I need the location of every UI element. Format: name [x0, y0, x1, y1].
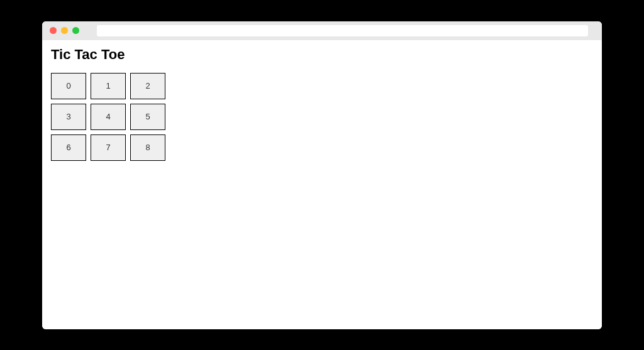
board-cell-5[interactable]: 5 [130, 104, 165, 130]
board-cell-2[interactable]: 2 [130, 73, 165, 99]
page-title: Tic Tac Toe [51, 46, 593, 63]
tic-tac-toe-board: 0 1 2 3 4 5 6 7 8 [51, 73, 593, 161]
board-cell-3[interactable]: 3 [51, 104, 86, 130]
minimize-icon[interactable] [61, 27, 68, 34]
browser-content: Tic Tac Toe 0 1 2 3 4 5 6 7 8 [42, 40, 602, 329]
close-icon[interactable] [50, 27, 57, 34]
board-cell-0[interactable]: 0 [51, 73, 86, 99]
board-cell-6[interactable]: 6 [51, 134, 86, 161]
browser-window: Tic Tac Toe 0 1 2 3 4 5 6 7 8 [42, 21, 602, 329]
url-bar[interactable] [97, 25, 588, 36]
board-cell-7[interactable]: 7 [91, 134, 126, 161]
board-cell-8[interactable]: 8 [130, 134, 165, 161]
maximize-icon[interactable] [72, 27, 79, 34]
traffic-lights [50, 27, 79, 34]
board-cell-4[interactable]: 4 [91, 104, 126, 130]
browser-chrome [42, 21, 602, 40]
board-cell-1[interactable]: 1 [91, 73, 126, 99]
